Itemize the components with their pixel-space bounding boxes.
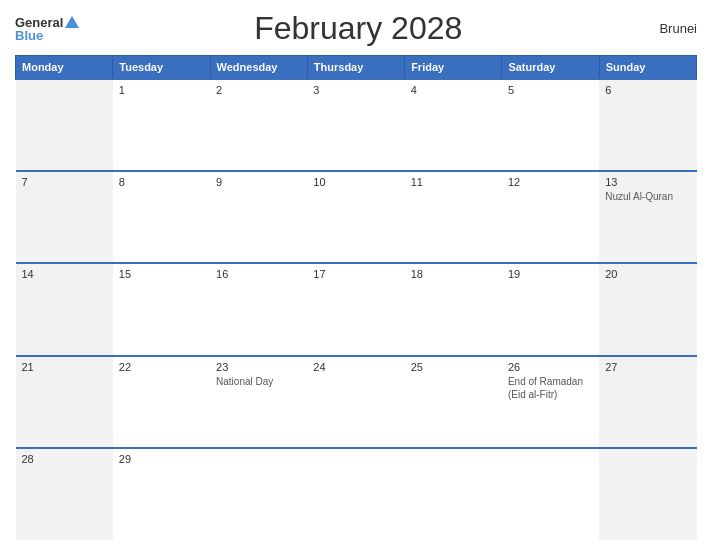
day-number: 27 [605, 361, 690, 373]
country-label: Brunei [637, 21, 697, 36]
calendar-cell: 20 [599, 263, 696, 355]
calendar-cell: 19 [502, 263, 599, 355]
calendar-cell [502, 448, 599, 540]
day-number: 2 [216, 84, 301, 96]
day-number: 14 [22, 268, 107, 280]
calendar-cell: 8 [113, 171, 210, 263]
col-tuesday: Tuesday [113, 56, 210, 80]
weekday-header-row: Monday Tuesday Wednesday Thursday Friday… [16, 56, 697, 80]
calendar-cell: 6 [599, 79, 696, 171]
day-number: 8 [119, 176, 204, 188]
logo-blue-text: Blue [15, 29, 43, 42]
day-number: 15 [119, 268, 204, 280]
day-number: 17 [313, 268, 398, 280]
day-number: 19 [508, 268, 593, 280]
calendar-cell: 13Nuzul Al-Quran [599, 171, 696, 263]
logo: General Blue [15, 16, 79, 42]
col-sunday: Sunday [599, 56, 696, 80]
calendar-cell: 25 [405, 356, 502, 448]
calendar-week-row: 78910111213Nuzul Al-Quran [16, 171, 697, 263]
day-number: 1 [119, 84, 204, 96]
day-number: 21 [22, 361, 107, 373]
calendar-cell: 2 [210, 79, 307, 171]
day-number: 3 [313, 84, 398, 96]
calendar-cell: 4 [405, 79, 502, 171]
calendar-cell: 28 [16, 448, 113, 540]
calendar-cell [599, 448, 696, 540]
calendar-cell: 26End of Ramadan (Eid al-Fitr) [502, 356, 599, 448]
calendar-cell: 27 [599, 356, 696, 448]
day-number: 22 [119, 361, 204, 373]
day-number: 18 [411, 268, 496, 280]
calendar-cell [210, 448, 307, 540]
day-number: 12 [508, 176, 593, 188]
calendar-cell: 9 [210, 171, 307, 263]
calendar-cell: 5 [502, 79, 599, 171]
calendar-cell: 22 [113, 356, 210, 448]
calendar-cell: 21 [16, 356, 113, 448]
calendar-header: Monday Tuesday Wednesday Thursday Friday… [16, 56, 697, 80]
calendar-cell: 12 [502, 171, 599, 263]
day-number: 5 [508, 84, 593, 96]
page: General Blue February 2028 Brunei Monday… [0, 0, 712, 550]
calendar-cell [405, 448, 502, 540]
calendar-cell: 24 [307, 356, 404, 448]
col-saturday: Saturday [502, 56, 599, 80]
day-number: 7 [22, 176, 107, 188]
calendar-cell [16, 79, 113, 171]
day-number: 29 [119, 453, 204, 465]
day-number: 28 [22, 453, 107, 465]
calendar-cell: 3 [307, 79, 404, 171]
calendar-cell: 16 [210, 263, 307, 355]
calendar-event: Nuzul Al-Quran [605, 190, 690, 203]
calendar-cell: 1 [113, 79, 210, 171]
day-number: 11 [411, 176, 496, 188]
day-number: 9 [216, 176, 301, 188]
day-number: 13 [605, 176, 690, 188]
col-friday: Friday [405, 56, 502, 80]
col-wednesday: Wednesday [210, 56, 307, 80]
calendar-cell: 23National Day [210, 356, 307, 448]
calendar-body: 12345678910111213Nuzul Al-Quran141516171… [16, 79, 697, 540]
calendar-cell: 17 [307, 263, 404, 355]
logo-general-text: General [15, 16, 63, 29]
calendar-cell: 29 [113, 448, 210, 540]
calendar-cell: 7 [16, 171, 113, 263]
calendar-event: National Day [216, 375, 301, 388]
calendar-cell [307, 448, 404, 540]
calendar-cell: 18 [405, 263, 502, 355]
day-number: 23 [216, 361, 301, 373]
day-number: 25 [411, 361, 496, 373]
calendar-table: Monday Tuesday Wednesday Thursday Friday… [15, 55, 697, 540]
calendar-title: February 2028 [79, 10, 637, 47]
day-number: 6 [605, 84, 690, 96]
day-number: 4 [411, 84, 496, 96]
day-number: 16 [216, 268, 301, 280]
col-monday: Monday [16, 56, 113, 80]
calendar-cell: 14 [16, 263, 113, 355]
day-number: 26 [508, 361, 593, 373]
col-thursday: Thursday [307, 56, 404, 80]
day-number: 10 [313, 176, 398, 188]
calendar-week-row: 123456 [16, 79, 697, 171]
calendar-cell: 10 [307, 171, 404, 263]
calendar-event: End of Ramadan (Eid al-Fitr) [508, 375, 593, 401]
calendar-week-row: 2829 [16, 448, 697, 540]
day-number: 24 [313, 361, 398, 373]
calendar-week-row: 14151617181920 [16, 263, 697, 355]
header: General Blue February 2028 Brunei [15, 10, 697, 47]
calendar-cell: 11 [405, 171, 502, 263]
day-number: 20 [605, 268, 690, 280]
logo-triangle-icon [65, 16, 79, 28]
calendar-cell: 15 [113, 263, 210, 355]
calendar-week-row: 212223National Day242526End of Ramadan (… [16, 356, 697, 448]
